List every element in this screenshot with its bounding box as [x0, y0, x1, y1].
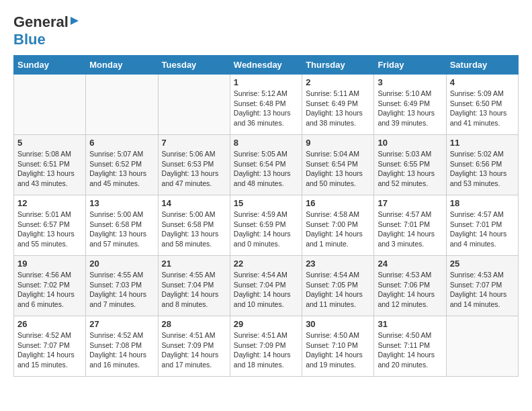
- calendar-week-row: 12Sunrise: 5:01 AM Sunset: 6:57 PM Dayli…: [14, 195, 519, 256]
- day-number: 18: [450, 198, 515, 208]
- day-info: Sunrise: 4:54 AM Sunset: 7:05 PM Dayligh…: [306, 270, 370, 310]
- day-of-week-header: Saturday: [446, 56, 518, 75]
- day-number: 21: [162, 259, 226, 269]
- calendar-cell: 17Sunrise: 4:57 AM Sunset: 7:01 PM Dayli…: [374, 195, 446, 256]
- day-info: Sunrise: 5:10 AM Sunset: 6:49 PM Dayligh…: [378, 89, 442, 128]
- calendar-cell: [86, 75, 158, 135]
- svg-marker-0: [71, 17, 79, 25]
- day-info: Sunrise: 4:50 AM Sunset: 7:11 PM Dayligh…: [378, 330, 442, 370]
- day-number: 22: [234, 259, 298, 269]
- day-number: 25: [450, 259, 515, 269]
- day-number: 5: [17, 138, 82, 148]
- day-info: Sunrise: 5:08 AM Sunset: 6:51 PM Dayligh…: [17, 149, 82, 189]
- day-number: 30: [306, 319, 370, 329]
- day-number: 14: [162, 198, 226, 208]
- day-info: Sunrise: 4:57 AM Sunset: 7:01 PM Dayligh…: [378, 210, 442, 249]
- day-number: 19: [17, 259, 82, 269]
- day-info: Sunrise: 4:58 AM Sunset: 7:00 PM Dayligh…: [306, 210, 370, 249]
- day-info: Sunrise: 5:05 AM Sunset: 6:54 PM Dayligh…: [234, 149, 298, 189]
- day-info: Sunrise: 4:55 AM Sunset: 7:03 PM Dayligh…: [89, 270, 154, 310]
- calendar-cell: 20Sunrise: 4:55 AM Sunset: 7:03 PM Dayli…: [86, 256, 158, 316]
- calendar-week-row: 26Sunrise: 4:52 AM Sunset: 7:07 PM Dayli…: [14, 316, 519, 377]
- day-number: 10: [378, 138, 442, 148]
- day-info: Sunrise: 5:09 AM Sunset: 6:50 PM Dayligh…: [450, 89, 515, 128]
- calendar-cell: 30Sunrise: 4:50 AM Sunset: 7:10 PM Dayli…: [302, 316, 374, 377]
- logo-blue-text: Blue: [13, 31, 46, 48]
- day-info: Sunrise: 5:02 AM Sunset: 6:56 PM Dayligh…: [450, 149, 515, 189]
- calendar-cell: 28Sunrise: 4:51 AM Sunset: 7:09 PM Dayli…: [158, 316, 230, 377]
- day-number: 12: [17, 198, 82, 208]
- calendar-cell: 31Sunrise: 4:50 AM Sunset: 7:11 PM Dayli…: [374, 316, 446, 377]
- day-info: Sunrise: 5:01 AM Sunset: 6:57 PM Dayligh…: [17, 210, 82, 249]
- day-info: Sunrise: 4:54 AM Sunset: 7:04 PM Dayligh…: [234, 270, 298, 310]
- calendar-table: SundayMondayTuesdayWednesdayThursdayFrid…: [13, 55, 519, 377]
- day-of-week-header: Wednesday: [230, 56, 302, 75]
- day-number: 4: [450, 77, 515, 87]
- day-info: Sunrise: 4:59 AM Sunset: 6:59 PM Dayligh…: [234, 210, 298, 249]
- day-info: Sunrise: 4:57 AM Sunset: 7:01 PM Dayligh…: [450, 210, 515, 249]
- day-info: Sunrise: 4:55 AM Sunset: 7:04 PM Dayligh…: [162, 270, 226, 310]
- day-number: 26: [17, 319, 82, 329]
- day-info: Sunrise: 5:03 AM Sunset: 6:55 PM Dayligh…: [378, 149, 442, 189]
- calendar-week-row: 1Sunrise: 5:12 AM Sunset: 6:48 PM Daylig…: [14, 75, 519, 135]
- day-info: Sunrise: 4:50 AM Sunset: 7:10 PM Dayligh…: [306, 330, 370, 370]
- day-number: 2: [306, 77, 370, 87]
- day-info: Sunrise: 5:04 AM Sunset: 6:54 PM Dayligh…: [306, 149, 370, 189]
- day-number: 31: [378, 319, 442, 329]
- calendar-cell: 10Sunrise: 5:03 AM Sunset: 6:55 PM Dayli…: [374, 135, 446, 195]
- day-of-week-header: Tuesday: [158, 56, 230, 75]
- day-of-week-header: Friday: [374, 56, 446, 75]
- day-info: Sunrise: 4:51 AM Sunset: 7:09 PM Dayligh…: [162, 330, 226, 370]
- calendar-cell: 1Sunrise: 5:12 AM Sunset: 6:48 PM Daylig…: [230, 75, 302, 135]
- calendar-cell: 14Sunrise: 5:00 AM Sunset: 6:58 PM Dayli…: [158, 195, 230, 256]
- calendar-cell: 12Sunrise: 5:01 AM Sunset: 6:57 PM Dayli…: [14, 195, 86, 256]
- calendar-cell: 5Sunrise: 5:08 AM Sunset: 6:51 PM Daylig…: [14, 135, 86, 195]
- day-info: Sunrise: 4:52 AM Sunset: 7:08 PM Dayligh…: [89, 330, 154, 370]
- day-info: Sunrise: 5:07 AM Sunset: 6:52 PM Dayligh…: [89, 149, 154, 189]
- calendar-cell: 25Sunrise: 4:53 AM Sunset: 7:07 PM Dayli…: [446, 256, 518, 316]
- day-of-week-header: Sunday: [14, 56, 86, 75]
- day-info: Sunrise: 5:06 AM Sunset: 6:53 PM Dayligh…: [162, 149, 226, 189]
- calendar-cell: 9Sunrise: 5:04 AM Sunset: 6:54 PM Daylig…: [302, 135, 374, 195]
- logo: General Blue: [13, 13, 81, 48]
- page-header: General Blue: [13, 13, 519, 48]
- day-number: 13: [89, 198, 154, 208]
- day-number: 23: [306, 259, 370, 269]
- day-number: 20: [89, 259, 154, 269]
- calendar-cell: 8Sunrise: 5:05 AM Sunset: 6:54 PM Daylig…: [230, 135, 302, 195]
- calendar-cell: 15Sunrise: 4:59 AM Sunset: 6:59 PM Dayli…: [230, 195, 302, 256]
- calendar-cell: 6Sunrise: 5:07 AM Sunset: 6:52 PM Daylig…: [86, 135, 158, 195]
- day-number: 8: [234, 138, 298, 148]
- calendar-cell: 24Sunrise: 4:53 AM Sunset: 7:06 PM Dayli…: [374, 256, 446, 316]
- day-number: 7: [162, 138, 226, 148]
- day-info: Sunrise: 5:00 AM Sunset: 6:58 PM Dayligh…: [89, 210, 154, 249]
- calendar-cell: 4Sunrise: 5:09 AM Sunset: 6:50 PM Daylig…: [446, 75, 518, 135]
- calendar-header-row: SundayMondayTuesdayWednesdayThursdayFrid…: [14, 56, 519, 75]
- logo-general-text: General: [13, 13, 69, 31]
- day-info: Sunrise: 4:53 AM Sunset: 7:06 PM Dayligh…: [378, 270, 442, 310]
- day-number: 6: [89, 138, 154, 148]
- day-of-week-header: Monday: [86, 56, 158, 75]
- day-number: 9: [306, 138, 370, 148]
- calendar-cell: 29Sunrise: 4:51 AM Sunset: 7:09 PM Dayli…: [230, 316, 302, 377]
- calendar-cell: 22Sunrise: 4:54 AM Sunset: 7:04 PM Dayli…: [230, 256, 302, 316]
- day-info: Sunrise: 4:56 AM Sunset: 7:02 PM Dayligh…: [17, 270, 82, 310]
- day-number: 15: [234, 198, 298, 208]
- calendar-cell: 18Sunrise: 4:57 AM Sunset: 7:01 PM Dayli…: [446, 195, 518, 256]
- day-number: 3: [378, 77, 442, 87]
- calendar-cell: 26Sunrise: 4:52 AM Sunset: 7:07 PM Dayli…: [14, 316, 86, 377]
- calendar-cell: 19Sunrise: 4:56 AM Sunset: 7:02 PM Dayli…: [14, 256, 86, 316]
- day-info: Sunrise: 4:52 AM Sunset: 7:07 PM Dayligh…: [17, 330, 82, 370]
- day-number: 11: [450, 138, 515, 148]
- calendar-cell: 7Sunrise: 5:06 AM Sunset: 6:53 PM Daylig…: [158, 135, 230, 195]
- calendar-week-row: 19Sunrise: 4:56 AM Sunset: 7:02 PM Dayli…: [14, 256, 519, 316]
- day-of-week-header: Thursday: [302, 56, 374, 75]
- calendar-cell: 16Sunrise: 4:58 AM Sunset: 7:00 PM Dayli…: [302, 195, 374, 256]
- calendar-cell: 27Sunrise: 4:52 AM Sunset: 7:08 PM Dayli…: [86, 316, 158, 377]
- day-number: 16: [306, 198, 370, 208]
- day-info: Sunrise: 4:53 AM Sunset: 7:07 PM Dayligh…: [450, 270, 515, 310]
- day-number: 1: [234, 77, 298, 87]
- calendar-week-row: 5Sunrise: 5:08 AM Sunset: 6:51 PM Daylig…: [14, 135, 519, 195]
- calendar-cell: 13Sunrise: 5:00 AM Sunset: 6:58 PM Dayli…: [86, 195, 158, 256]
- day-info: Sunrise: 5:00 AM Sunset: 6:58 PM Dayligh…: [162, 210, 226, 249]
